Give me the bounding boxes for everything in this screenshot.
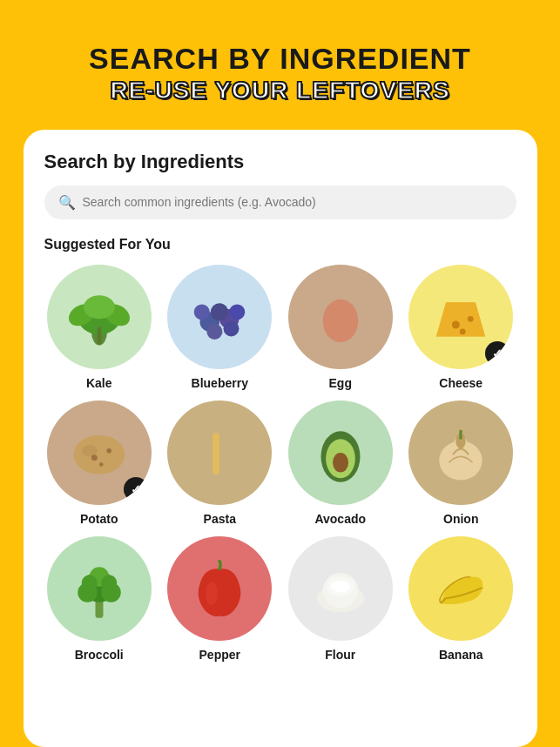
svg-point-39 bbox=[101, 575, 117, 590]
ingredient-item-potato[interactable]: Potato bbox=[44, 400, 155, 526]
ingredient-item-kale[interactable]: Kale bbox=[44, 265, 155, 390]
ingredient-item-banana[interactable]: Banana bbox=[406, 536, 516, 662]
svg-point-28 bbox=[333, 453, 348, 473]
ingredient-label-cheese: Cheese bbox=[439, 376, 482, 390]
ingredient-item-onion[interactable]: Onion bbox=[406, 400, 516, 526]
header-title: SEARCH BY INGREDIENT bbox=[28, 42, 532, 76]
svg-point-12 bbox=[224, 320, 240, 336]
svg-point-40 bbox=[206, 582, 219, 605]
ingredient-item-broccoli[interactable]: Broccoli bbox=[44, 536, 155, 662]
svg-point-19 bbox=[74, 434, 125, 474]
svg-point-23 bbox=[99, 462, 104, 467]
ingredient-label-avocado: Avocado bbox=[314, 512, 366, 526]
ingredient-item-egg[interactable]: Egg bbox=[286, 265, 396, 390]
svg-point-17 bbox=[468, 316, 474, 322]
search-bar[interactable]: 🔍 bbox=[44, 185, 516, 219]
ingredient-label-broccoli: Broccoli bbox=[75, 648, 124, 662]
ingredient-circle-pepper bbox=[167, 536, 272, 641]
search-card: Search by Ingredients 🔍 Suggested For Yo… bbox=[24, 130, 537, 747]
ingredient-circle-potato bbox=[47, 400, 152, 505]
ingredient-circle-cheese bbox=[408, 265, 513, 369]
selected-badge bbox=[485, 341, 509, 366]
header: SEARCH BY INGREDIENT RE-USE YOUR LEFTOVE… bbox=[0, 0, 560, 130]
ingredient-label-flour: Flour bbox=[325, 648, 355, 662]
ingredient-circle-avocado bbox=[288, 400, 393, 505]
ingredient-circle-pasta bbox=[167, 400, 272, 505]
ingredients-grid: Kale Blueberry Egg Cheese Potato Pasta A… bbox=[44, 265, 516, 662]
svg-point-10 bbox=[230, 304, 246, 320]
ingredient-circle-kale bbox=[47, 265, 152, 369]
ingredient-item-avocado[interactable]: Avocado bbox=[286, 400, 396, 526]
svg-point-44 bbox=[331, 581, 351, 593]
ingredient-circle-blueberry bbox=[167, 265, 272, 369]
ingredient-label-egg: Egg bbox=[329, 376, 352, 390]
svg-point-38 bbox=[82, 575, 98, 590]
svg-rect-25 bbox=[213, 433, 219, 474]
ingredient-circle-onion bbox=[408, 400, 513, 505]
ingredient-item-cheese[interactable]: Cheese bbox=[406, 265, 516, 390]
ingredient-item-flour[interactable]: Flour bbox=[286, 536, 396, 662]
ingredient-item-pasta[interactable]: Pasta bbox=[165, 400, 275, 526]
header-subtitle: RE-USE YOUR LEFTOVERS bbox=[28, 76, 532, 105]
ingredient-label-potato: Potato bbox=[80, 512, 118, 526]
selected-badge bbox=[124, 477, 148, 501]
svg-point-4 bbox=[84, 295, 115, 319]
ingredient-item-blueberry[interactable]: Blueberry bbox=[165, 265, 275, 390]
svg-point-9 bbox=[194, 304, 210, 320]
svg-point-13 bbox=[323, 299, 359, 342]
ingredient-label-banana: Banana bbox=[439, 648, 483, 662]
ingredient-circle-flour bbox=[288, 536, 393, 641]
svg-rect-5 bbox=[98, 326, 102, 344]
ingredient-circle-banana bbox=[408, 536, 513, 641]
ingredient-label-kale: Kale bbox=[86, 376, 112, 390]
ingredient-label-pepper: Pepper bbox=[199, 648, 240, 662]
ingredient-item-pepper[interactable]: Pepper bbox=[165, 536, 275, 662]
card-title: Search by Ingredients bbox=[44, 151, 516, 173]
ingredient-circle-broccoli bbox=[47, 536, 152, 641]
svg-point-18 bbox=[460, 328, 466, 334]
ingredient-label-onion: Onion bbox=[443, 512, 478, 526]
svg-point-11 bbox=[207, 324, 223, 340]
ingredient-label-pasta: Pasta bbox=[204, 512, 236, 526]
svg-point-16 bbox=[452, 320, 460, 328]
svg-point-8 bbox=[211, 303, 228, 320]
search-input[interactable] bbox=[83, 195, 503, 209]
ingredient-circle-egg bbox=[288, 265, 393, 369]
svg-point-21 bbox=[91, 454, 98, 461]
section-label: Suggested For You bbox=[44, 237, 516, 252]
search-icon: 🔍 bbox=[58, 194, 76, 211]
ingredient-label-blueberry: Blueberry bbox=[192, 376, 248, 390]
svg-point-22 bbox=[106, 448, 111, 454]
